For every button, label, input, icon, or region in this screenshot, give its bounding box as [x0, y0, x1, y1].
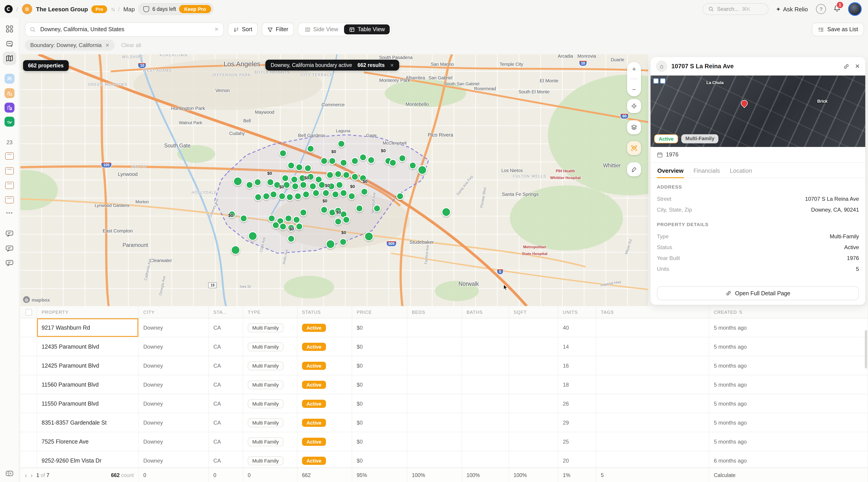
- help-button[interactable]: ?: [816, 4, 826, 14]
- property-marker[interactable]: [397, 192, 404, 200]
- sidebar-list-4[interactable]: [5, 196, 14, 204]
- property-marker[interactable]: [329, 157, 336, 165]
- sidebar-more[interactable]: •••: [6, 210, 13, 216]
- property-marker[interactable]: [351, 173, 359, 180]
- sidebar-list-1[interactable]: [5, 152, 14, 160]
- property-marker[interactable]: [339, 238, 347, 246]
- property-marker[interactable]: [361, 188, 368, 195]
- property-marker[interactable]: [295, 223, 303, 230]
- copy-link-icon[interactable]: [843, 63, 849, 69]
- cell-property[interactable]: 12425 Paramount Blvd: [37, 356, 139, 375]
- tab-financials[interactable]: Financials: [693, 163, 720, 178]
- notifications-button[interactable]: 1: [833, 4, 841, 14]
- cell-property[interactable]: 12435 Paramount Blvd: [37, 337, 139, 356]
- table-row[interactable]: 12425 Paramount Blvd Downey CA Multi Fam…: [20, 356, 868, 375]
- property-marker[interactable]: [334, 170, 342, 178]
- sidebar-item-contacts[interactable]: [4, 74, 14, 84]
- col-city[interactable]: CITY: [139, 306, 209, 318]
- boundary-banner[interactable]: Downey, California boundary active 662 r…: [265, 60, 399, 70]
- table-row[interactable]: 9217 Washburn Rd Downey CA Multi Family …: [20, 318, 868, 337]
- property-marker[interactable]: [338, 140, 345, 148]
- property-marker[interactable]: [417, 165, 427, 175]
- col-baths[interactable]: BATHS: [462, 306, 509, 318]
- stat-created-calculate[interactable]: Calculate: [709, 468, 868, 482]
- workspace-name[interactable]: The Leeson Group: [36, 6, 88, 12]
- location-search-input[interactable]: [39, 26, 211, 33]
- row-checkbox-cell[interactable]: [20, 451, 37, 470]
- property-satellite-image[interactable]: La ChulaBrick Active Multi-Family: [651, 76, 865, 147]
- global-search[interactable]: Search... ⌘K: [703, 3, 769, 15]
- zoom-out-button[interactable]: −: [632, 86, 636, 93]
- property-marker[interactable]: [312, 189, 320, 197]
- sidebar-item-buildings[interactable]: [4, 103, 14, 113]
- table-scrollbar[interactable]: [865, 330, 867, 368]
- table-row[interactable]: 11560 Paramount Blvd Downey CA Multi Fam…: [20, 375, 868, 394]
- property-marker[interactable]: [294, 192, 302, 200]
- property-marker[interactable]: [340, 159, 348, 167]
- workspace-switcher-icon[interactable]: ↑↓: [111, 6, 114, 12]
- mini-map-controls[interactable]: [653, 78, 665, 84]
- col-units[interactable]: UNITS: [558, 306, 596, 318]
- sidebar-chat-2[interactable]: [5, 245, 14, 252]
- property-marker[interactable]: [318, 181, 326, 189]
- property-marker[interactable]: [246, 181, 253, 189]
- property-marker[interactable]: [364, 232, 374, 241]
- cell-property[interactable]: 9252-9260 Elm Vista Dr: [37, 451, 139, 470]
- table-row[interactable]: 8351-8357 Gardendale St Downey CA Multi …: [20, 413, 868, 432]
- col-sqft[interactable]: SQFT: [509, 306, 558, 318]
- property-marker[interactable]: [409, 162, 416, 169]
- property-marker[interactable]: [267, 178, 274, 186]
- keep-pro-button[interactable]: Keep Pro: [179, 5, 211, 13]
- filter-button[interactable]: Filter: [262, 23, 294, 36]
- property-marker[interactable]: [309, 183, 317, 190]
- clear-all-button[interactable]: Clear all: [121, 42, 141, 49]
- col-property[interactable]: PROPERTY: [37, 306, 139, 318]
- sidebar-item-flows[interactable]: [4, 117, 14, 127]
- next-page-button[interactable]: ›: [31, 471, 33, 479]
- property-marker[interactable]: [300, 181, 307, 189]
- row-checkbox-cell[interactable]: [20, 432, 37, 451]
- cell-property[interactable]: 8351-8357 Gardendale St: [37, 413, 139, 432]
- col-tags[interactable]: TAGS: [596, 306, 709, 318]
- row-checkbox-cell[interactable]: [20, 318, 37, 337]
- remove-boundary-icon[interactable]: ✕: [105, 42, 110, 48]
- property-marker[interactable]: [278, 192, 286, 200]
- table-view-tab[interactable]: Table View: [344, 24, 390, 34]
- property-marker[interactable]: [279, 223, 287, 230]
- property-marker[interactable]: [326, 239, 335, 249]
- row-checkbox-cell[interactable]: [20, 375, 37, 394]
- close-panel-icon[interactable]: ✕: [855, 63, 860, 70]
- workspace-avatar[interactable]: [22, 4, 32, 14]
- sidebar-item-properties[interactable]: [4, 88, 14, 98]
- table-row[interactable]: 11550 Paramount Blvd Downey CA Multi Fam…: [20, 394, 868, 413]
- select-all-checkbox[interactable]: [25, 309, 32, 315]
- layers-button[interactable]: [627, 120, 641, 134]
- location-search[interactable]: ✕: [25, 22, 224, 37]
- col-state[interactable]: STA...: [209, 306, 243, 318]
- property-marker[interactable]: [320, 157, 328, 165]
- property-marker[interactable]: [348, 192, 356, 200]
- property-marker[interactable]: [279, 149, 287, 157]
- property-marker[interactable]: [281, 174, 289, 182]
- open-full-detail-button[interactable]: Open Full Detail Page: [657, 286, 859, 300]
- cell-property[interactable]: 11550 Paramount Blvd: [37, 394, 139, 413]
- zoom-in-button[interactable]: +: [632, 65, 636, 73]
- property-marker[interactable]: [268, 214, 275, 222]
- property-marker[interactable]: [342, 216, 350, 223]
- property-marker[interactable]: [326, 171, 334, 179]
- col-status[interactable]: STATUS: [298, 306, 352, 318]
- user-avatar[interactable]: [848, 2, 862, 16]
- property-marker[interactable]: [368, 156, 375, 164]
- property-marker[interactable]: [231, 245, 241, 255]
- cell-property[interactable]: 11560 Paramount Blvd: [37, 375, 139, 394]
- cell-property[interactable]: 9217 Washburn Rd: [37, 318, 139, 337]
- property-marker[interactable]: [373, 205, 381, 212]
- boundary-chip[interactable]: Boundary: Downey, California ✕: [25, 40, 115, 51]
- select-all-cell[interactable]: [20, 306, 37, 318]
- relio-logo-icon[interactable]: [4, 5, 13, 13]
- ask-relio-button[interactable]: ✦ Ask Relio: [776, 6, 808, 12]
- mapbox-attribution[interactable]: ◍ mapbox: [23, 296, 50, 303]
- property-marker[interactable]: [322, 189, 330, 197]
- property-marker[interactable]: [336, 181, 343, 189]
- tab-location[interactable]: Location: [730, 163, 752, 178]
